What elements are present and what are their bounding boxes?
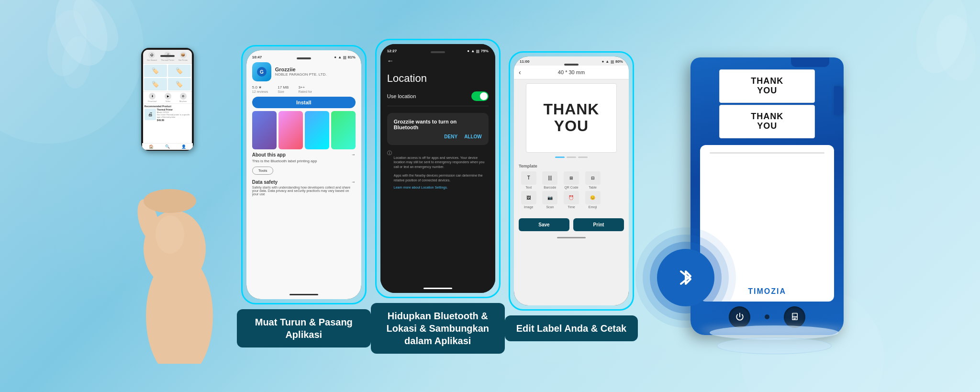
step2-battery: 75% xyxy=(481,49,489,53)
step1-phone: 10:47 ●▲||| 81% G xyxy=(246,50,361,299)
label-canvas[interactable]: THANK YOU xyxy=(526,83,617,153)
template-text[interactable]: T Text xyxy=(519,171,539,189)
app-company: NOBLE PARAGON PTE. LTD. xyxy=(275,72,327,77)
thank-you-label-text: THANK YOU xyxy=(543,101,599,134)
print-icon xyxy=(791,313,799,321)
screenshot-row xyxy=(252,111,356,149)
printer-platform-ring xyxy=(717,337,832,354)
progress-active xyxy=(555,157,565,158)
step3-phone: 11:00 ●▲||| 80% ‹ 40 * 30 mm xyxy=(514,56,629,305)
location-screen-title: Location xyxy=(387,72,489,85)
step1-battery: 81% xyxy=(348,55,356,59)
data-safety-arrow: → xyxy=(351,179,356,184)
screenshot-3 xyxy=(305,111,329,149)
location-info-text: Location access is off for apps and serv… xyxy=(394,150,489,190)
recommended-section: Recommended Product 🖨 Thermal Printer Mo… xyxy=(143,104,192,123)
printer-top-bump xyxy=(791,57,829,67)
template-time[interactable]: ⏰ Time xyxy=(561,191,581,209)
bt-allow-button[interactable]: ALLOW xyxy=(464,134,482,139)
screenshot-2 xyxy=(278,111,303,149)
data-safety-header: Data safety → xyxy=(252,179,356,185)
step1-status-icons: ●▲||| 81% xyxy=(334,55,356,59)
template-scan[interactable]: 📷 Scan xyxy=(540,191,560,209)
location-toggle[interactable] xyxy=(471,91,489,101)
small-icon-download: ⬇ Download xyxy=(148,93,156,102)
template-emoji[interactable]: 😊 Emoji xyxy=(583,191,603,209)
product-info: Thermal Printer Model: XY012 Our 2-inch … xyxy=(157,109,190,122)
template-spacer-2 xyxy=(604,191,619,209)
install-button[interactable]: Install xyxy=(252,97,356,108)
small-product-4: 🏷️ xyxy=(168,78,191,90)
small-phone-screen: ⏻ Get Started 🖨 Thermal Printer 📦 Get Pr… xyxy=(143,50,192,149)
step2-status-icons: ●▲||| 75% xyxy=(467,49,489,53)
template-row-1: T Text ||| Barcode ⊞ QR Code xyxy=(519,171,624,189)
label-output-2: THANK YOU xyxy=(719,105,815,138)
template-table[interactable]: ⊟ Table xyxy=(583,171,603,189)
step3-label: Edit Label Anda & Cetak xyxy=(505,315,638,341)
step2-phone-border: 12:27 ●▲||| 75% ← Location Use location xyxy=(375,39,501,298)
svg-point-10 xyxy=(156,215,184,254)
step3-header-title: 40 * 30 mm xyxy=(558,69,585,75)
app-rated: 3++ Rated for xyxy=(298,85,312,94)
app-name: Grozziie xyxy=(275,67,327,72)
data-safety-section: Data safety → Safety starts with underst… xyxy=(252,179,356,196)
bt-dialog-title: Grozziie wants to turn on Bluetooth xyxy=(394,119,482,130)
use-location-label: Use location xyxy=(387,93,416,99)
step3-back-arrow[interactable]: ‹ xyxy=(519,68,521,76)
step3-battery: 80% xyxy=(615,59,623,64)
printer-face-panel: TIMOZIA xyxy=(700,145,834,302)
location-learn-more[interactable]: Learn more about Location Settings. xyxy=(394,185,489,190)
about-desc: This is the Bluetooth label printing app xyxy=(252,159,356,163)
product-description: Our 2-inch Thermal printer is a specific… xyxy=(157,113,190,118)
about-header: About this app → xyxy=(252,152,356,157)
print-trigger-button[interactable] xyxy=(784,306,805,328)
step2-phone: 12:27 ●▲||| 75% ← Location Use location xyxy=(380,44,495,293)
progress-inactive-2 xyxy=(578,157,588,158)
small-bottom-icons: ⬇ Download ▶ Video ⚙ Machine xyxy=(143,91,192,104)
step3-status-icons: ●▲||| 80% xyxy=(601,59,623,64)
print-button[interactable]: Print xyxy=(573,218,624,231)
template-barcode[interactable]: ||| Barcode xyxy=(540,171,560,189)
bt-dialog-buttons: DENY ALLOW xyxy=(394,134,482,139)
power-icon xyxy=(735,313,744,321)
phone-notch-small xyxy=(160,55,175,57)
template-image[interactable]: 🖼 Image xyxy=(519,191,539,209)
location-info: ⓘ Location access is off for apps and se… xyxy=(387,150,489,190)
template-qrcode[interactable]: ⊞ QR Code xyxy=(561,171,581,189)
label-output-1-text: THANK YOU xyxy=(751,77,783,96)
product-row: 🖨 Thermal Printer Model: XY012 Our 2-inc… xyxy=(145,109,190,122)
bluetooth-dialog: Grozziie wants to turn on Bluetooth DENY… xyxy=(387,113,489,145)
printer-controls xyxy=(700,306,834,328)
app-size: 17 MB Size xyxy=(278,85,289,94)
product-image: 🖨 xyxy=(145,109,156,120)
bluetooth-icon xyxy=(674,266,698,290)
hand-phone: ⏻ Get Started 🖨 Thermal Printer 📦 Get Pr… xyxy=(141,48,194,151)
printer-side-handle xyxy=(834,86,843,115)
use-location-row: Use location xyxy=(387,91,489,106)
printer-status-dot xyxy=(765,314,769,319)
small-icon-video: ▶ Video xyxy=(165,93,171,102)
step2-back-arrow[interactable]: ← xyxy=(387,57,489,65)
step1-time: 10:47 xyxy=(252,55,262,59)
about-title: About this app xyxy=(252,152,286,157)
small-icon-machine: ⚙ Machine xyxy=(179,93,187,102)
svg-rect-17 xyxy=(793,315,794,316)
template-spacer xyxy=(604,171,619,189)
screenshot-1 xyxy=(252,111,277,149)
step2-label: Hidupkan Bluetooth & Lokasi & Sambungkan… xyxy=(371,303,505,354)
small-product-1: 🏷️ xyxy=(144,65,167,77)
svg-point-9 xyxy=(144,189,196,213)
printer-section: THANK YOU THANK YOU T xyxy=(638,29,853,364)
location-info-secondary: Apps with the Nearby devices permission … xyxy=(394,173,489,183)
power-button[interactable] xyxy=(729,306,750,328)
save-button[interactable]: Save xyxy=(519,218,569,231)
bt-deny-button[interactable]: DENY xyxy=(444,134,457,139)
step1-phone-border: 10:47 ●▲||| 81% G xyxy=(241,45,367,304)
step3-nav-bar xyxy=(557,237,586,238)
printer-body: THANK YOU THANK YOU T xyxy=(690,57,844,335)
about-section: About this app → This is the Bluetooth l… xyxy=(252,152,356,177)
recommended-title: Recommended Product xyxy=(145,105,190,108)
app-rating-row: 5.0 ★ 12 reviews 17 MB Size 3++ Rated fo… xyxy=(252,85,356,94)
progress-dots xyxy=(514,157,629,158)
tools-button[interactable]: Tools xyxy=(252,167,274,175)
